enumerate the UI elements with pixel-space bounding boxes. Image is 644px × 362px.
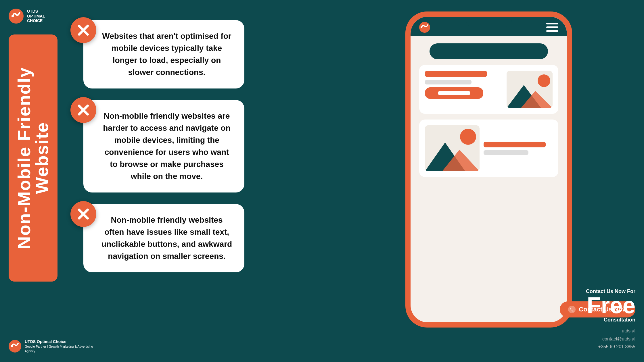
bullet-text-3: Non-mobile friendly websites often have … bbox=[101, 214, 233, 262]
bullet-item-2: Non-mobile friendly websites are harder … bbox=[72, 100, 244, 192]
phone-card-1 bbox=[419, 65, 558, 114]
bottom-logo-icon bbox=[9, 340, 21, 353]
contact-details: utds.al contact@utds.al +355 69 201 3855 bbox=[586, 327, 635, 351]
bullets-column: Websites that aren't optimised for mobil… bbox=[72, 11, 244, 284]
phone-notch bbox=[466, 17, 512, 27]
sidebar-title: Non-Mobile Friendly Website bbox=[15, 34, 51, 282]
phone-image-thumb-1 bbox=[507, 71, 553, 108]
svg-point-3 bbox=[11, 345, 13, 347]
phone-number: +355 69 201 3855 bbox=[586, 343, 635, 351]
bullet-item-1: Websites that aren't optimised for mobil… bbox=[72, 20, 244, 88]
email-link: contact@utds.al bbox=[586, 335, 635, 343]
svg-point-19 bbox=[460, 129, 476, 145]
svg-point-20 bbox=[568, 306, 576, 313]
bullet-card-3: Non-mobile friendly websites often have … bbox=[83, 204, 244, 272]
free-consultation-block: Contact Us Now For Free Consultation utd… bbox=[586, 288, 635, 351]
svg-point-1 bbox=[12, 15, 14, 17]
phone-bar-white-2 bbox=[484, 150, 528, 155]
bullet-item-3: Non-mobile friendly websites often have … bbox=[72, 204, 244, 272]
bottom-logo-text: UTDS Optimal Choice Google Partner | Gro… bbox=[25, 339, 93, 353]
svg-point-0 bbox=[9, 9, 24, 24]
svg-point-2 bbox=[9, 340, 21, 353]
x-icon-3 bbox=[76, 207, 91, 221]
bottom-logo: UTDS Optimal Choice Google Partner | Gro… bbox=[9, 339, 93, 353]
x-icon-2 bbox=[76, 103, 91, 117]
sidebar-banner: Non-Mobile Friendly Website bbox=[9, 34, 57, 282]
phone-bar-orange-1 bbox=[425, 71, 487, 77]
phone-search-bar bbox=[430, 43, 548, 59]
phone-outer bbox=[405, 11, 572, 328]
header-logo: UTDS OPTIMAL CHOICE bbox=[9, 9, 45, 24]
phone-btn-inner-1 bbox=[438, 91, 470, 95]
phone-card-row-1 bbox=[425, 71, 553, 108]
phone-card-left bbox=[425, 71, 503, 108]
bullet-text-2: Non-mobile friendly websites are harder … bbox=[101, 110, 233, 182]
phone-btn-orange-1 bbox=[425, 87, 483, 99]
bullet-card-2: Non-mobile friendly websites are harder … bbox=[83, 100, 244, 192]
phone-image-thumb-2 bbox=[425, 125, 480, 171]
phone-card2-right bbox=[484, 142, 553, 155]
logo-text: UTDS OPTIMAL CHOICE bbox=[27, 9, 45, 23]
website-link: utds.al bbox=[586, 327, 635, 335]
x-icon-1 bbox=[76, 23, 91, 37]
bullet-text-1: Websites that aren't optimised for mobil… bbox=[101, 30, 233, 78]
phone-hamburger-icon bbox=[546, 23, 558, 32]
mountain-scene-2 bbox=[425, 125, 480, 171]
phone-logo-small bbox=[419, 22, 430, 33]
phone-content bbox=[411, 36, 567, 322]
x-badge-3 bbox=[70, 201, 96, 227]
logo-icon bbox=[9, 9, 24, 24]
mountain-scene-1 bbox=[507, 71, 553, 108]
svg-point-15 bbox=[538, 74, 550, 87]
phone-call-icon bbox=[568, 305, 576, 313]
phone-bar-white-1 bbox=[425, 80, 471, 84]
svg-point-11 bbox=[421, 26, 422, 28]
x-badge-2 bbox=[70, 97, 96, 123]
bullet-card-1: Websites that aren't optimised for mobil… bbox=[83, 20, 244, 88]
x-badge-1 bbox=[70, 17, 96, 43]
phone-card-2 bbox=[419, 120, 558, 177]
free-label: Free bbox=[586, 295, 635, 316]
phone-inner bbox=[411, 17, 567, 322]
phone-mockup bbox=[405, 11, 572, 328]
phone-bar-orange-2 bbox=[484, 142, 546, 147]
